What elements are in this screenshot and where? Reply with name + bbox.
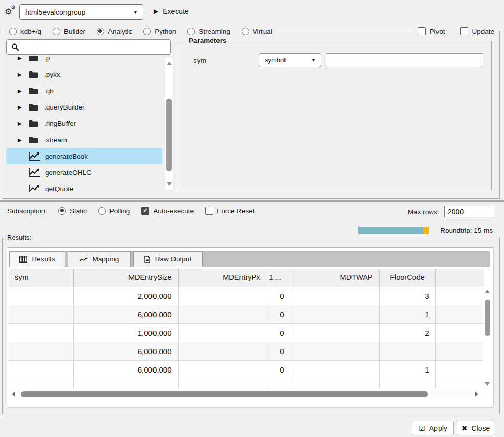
column-header-mdtwap[interactable]: MDTWAP xyxy=(291,269,379,287)
scroll-down-icon[interactable] xyxy=(167,182,172,186)
subscription-radio-polling[interactable]: Polling xyxy=(98,207,130,215)
function-tree: ▶ .p ▶ .pykx ▶ .qb ▶ .queryBuilder xyxy=(6,56,173,192)
scroll-up-icon[interactable] xyxy=(167,62,172,65)
cell-mdtwap xyxy=(291,287,379,305)
auto-execute-checkbox[interactable]: Auto-execute xyxy=(141,207,194,215)
cell-floorcode: 2 xyxy=(379,323,435,342)
settings-gears-icon[interactable]: ⚙ ⚙ xyxy=(5,6,18,18)
tree-item-label: .queryBuilder xyxy=(44,103,85,111)
execute-button[interactable]: ▶ Execute xyxy=(154,7,189,15)
static-label: Static xyxy=(70,207,87,215)
table-row[interactable]: 6,000,000 0 xyxy=(9,342,484,360)
scroll-left-icon[interactable] xyxy=(12,391,15,397)
column-header-mdentrysize[interactable]: MDEntrySize xyxy=(73,269,178,287)
update-checkbox[interactable]: Update xyxy=(460,27,494,35)
tab-raw-output[interactable]: Raw Output xyxy=(133,251,203,267)
mode-radio-virtual[interactable]: Virtual xyxy=(242,28,272,35)
table-row[interactable]: 6,000,000 0 1 xyxy=(9,305,484,323)
folder-icon xyxy=(28,71,38,78)
cell-floorcode: 3 xyxy=(379,287,435,305)
function-search-input[interactable] xyxy=(6,39,171,55)
progress-fill xyxy=(358,227,423,234)
tree-item-generatebook[interactable]: generateBook xyxy=(6,148,162,164)
tree-item-label: .ringBuffer xyxy=(44,120,76,127)
tree-item-folder-pykx[interactable]: ▶ .pykx xyxy=(6,66,162,82)
param-value-input[interactable] xyxy=(326,53,483,67)
tree-item-getquote[interactable]: getQuote xyxy=(6,181,162,192)
column-header-sym[interactable]: sym xyxy=(9,269,73,287)
column-header-mdentrypx[interactable]: MDEntryPx xyxy=(178,269,267,287)
tree-item-folder-ringbuffer[interactable]: ▶ .ringBuffer xyxy=(6,115,162,132)
mode-radio-python[interactable]: Python xyxy=(143,28,176,35)
search-icon xyxy=(11,43,19,51)
tab-mapping-label: Mapping xyxy=(93,255,119,263)
expand-caret-icon[interactable]: ▶ xyxy=(18,72,28,77)
cell-truncated: 0 xyxy=(267,342,291,360)
force-reset-checkbox[interactable]: Force Reset xyxy=(205,207,255,215)
results-table: sym MDEntrySize MDEntryPx 1 ... MDTWAP F… xyxy=(9,269,484,388)
scroll-up-icon[interactable] xyxy=(485,290,490,293)
parameters-legend: Parameters xyxy=(185,37,230,45)
subscription-radio-static[interactable]: Static xyxy=(58,207,87,215)
expand-caret-icon[interactable]: ▶ xyxy=(18,137,28,143)
tree-item-generateohlc[interactable]: generateOHLC xyxy=(6,164,162,181)
tab-mapping[interactable]: Mapping xyxy=(68,251,131,267)
close-x-icon: ✖ xyxy=(462,424,468,432)
document-icon xyxy=(144,256,150,263)
mode-radio-streaming[interactable]: Streaming xyxy=(187,28,230,35)
connection-group-select[interactable]: html5evalcongroup ▼ xyxy=(19,4,143,20)
mode-radio-analytic[interactable]: Analytic xyxy=(97,28,132,35)
mode-radio-builder[interactable]: Builder xyxy=(53,28,85,35)
cell-mdtwap xyxy=(291,305,379,323)
table-row[interactable]: 2,000,000 0 3 xyxy=(9,287,484,305)
tree-item-folder-querybuilder[interactable]: ▶ .queryBuilder xyxy=(6,99,162,115)
results-panel: Results Mapping Raw Output xyxy=(7,247,493,407)
column-header-mdv[interactable]: MDV xyxy=(435,269,484,287)
expand-caret-icon[interactable]: ▶ xyxy=(18,104,28,110)
pivot-label: Pivot xyxy=(429,28,445,35)
max-rows-label: Max rows: xyxy=(408,208,440,216)
folder-icon xyxy=(28,56,38,62)
line-chart-icon xyxy=(28,167,41,178)
expand-caret-icon[interactable]: ▶ xyxy=(18,56,28,61)
tree-item-label: .pykx xyxy=(44,71,60,78)
tree-item-folder-qb[interactable]: ▶ .qb xyxy=(6,82,162,99)
tab-results[interactable]: Results xyxy=(9,251,65,267)
table-vscroll-thumb[interactable] xyxy=(485,300,490,336)
mode-radio-kdbq[interactable]: kdb+/q xyxy=(9,28,41,35)
mode-label-builder: Builder xyxy=(64,28,85,35)
mode-radio-group: kdb+/q Builder Analytic Python Streaming… xyxy=(7,28,278,35)
table-vertical-scrollbar[interactable] xyxy=(483,288,491,388)
expand-caret-icon[interactable]: ▶ xyxy=(18,121,28,126)
cell-truncated: 0 xyxy=(267,305,291,323)
chevron-down-icon: ▼ xyxy=(311,58,316,63)
cell-mdtwap xyxy=(291,360,379,379)
tree-item-folder-stream[interactable]: ▶ .stream xyxy=(6,132,162,148)
apply-button[interactable]: ☑ Apply xyxy=(412,421,454,435)
table-hscroll-thumb[interactable] xyxy=(21,391,428,397)
pivot-checkbox[interactable]: Pivot xyxy=(418,27,445,35)
table-row[interactable]: 6,000,000 0 1 xyxy=(9,360,484,379)
tree-item-folder-p[interactable]: ▶ .p xyxy=(6,56,162,66)
mode-label-streaming: Streaming xyxy=(199,28,230,35)
param-type-select[interactable]: symbol ▼ xyxy=(259,53,321,67)
column-header-floorcode[interactable]: FloorCode xyxy=(379,269,435,287)
expand-caret-icon[interactable]: ▶ xyxy=(18,88,28,94)
param-type-value: symbol xyxy=(265,56,286,64)
splitter-handle[interactable] xyxy=(0,200,504,202)
tree-item-label: generateOHLC xyxy=(45,169,92,177)
checkbox-checked-icon xyxy=(141,207,149,215)
column-header-truncated[interactable]: 1 ... xyxy=(267,269,291,287)
folder-icon xyxy=(28,87,38,95)
max-rows-input[interactable] xyxy=(444,206,494,217)
close-button[interactable]: ✖ Close xyxy=(457,421,494,435)
table-row[interactable]: 1,000,000 0 2 xyxy=(9,323,484,342)
table-icon xyxy=(19,256,27,263)
scroll-down-icon[interactable] xyxy=(485,382,490,386)
table-row-partial[interactable] xyxy=(9,379,484,388)
tree-scrollbar[interactable] xyxy=(165,58,173,190)
tab-results-label: Results xyxy=(32,255,55,263)
table-horizontal-scrollbar[interactable] xyxy=(10,390,481,399)
scroll-right-icon[interactable] xyxy=(475,391,478,397)
tree-scrollbar-thumb[interactable] xyxy=(166,99,172,171)
